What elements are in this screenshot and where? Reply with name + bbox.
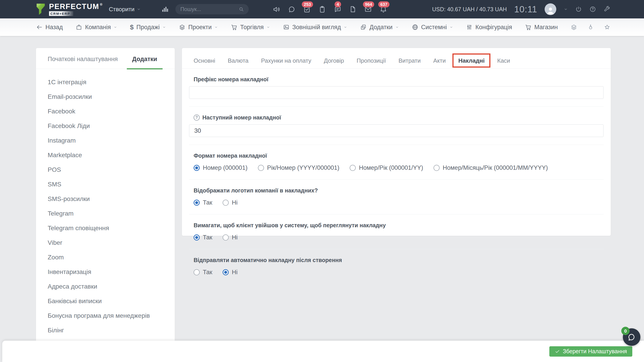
chevron-down-icon: [344, 25, 347, 29]
radio-no[interactable]: Ні: [222, 199, 238, 206]
clipboard-button[interactable]: [318, 5, 326, 13]
checkmark-icon: [555, 349, 560, 354]
auto-send-options: Так Ні: [194, 269, 604, 276]
tasks-button[interactable]: 253: [303, 5, 311, 13]
radio-format-number-year[interactable]: Номер/Рік (000001/YY): [350, 164, 423, 171]
favorites-button[interactable]: [604, 24, 610, 30]
sound-button[interactable]: [272, 5, 280, 13]
radio-label: Так: [203, 269, 212, 276]
chevron-down-icon[interactable]: [564, 7, 568, 11]
list-item-manager-bonus-program[interactable]: Бонусна програма для менеджерів: [48, 308, 175, 323]
tab-initial-settings[interactable]: Початкові налаштування: [48, 49, 118, 69]
notifications-badge: 637: [378, 1, 390, 7]
tab-expenses[interactable]: Витрати: [398, 57, 421, 64]
radio-format-number[interactable]: Номер (000001): [194, 164, 248, 171]
tab-contract[interactable]: Договір: [324, 57, 344, 64]
radio-yes[interactable]: Так: [194, 269, 212, 276]
stack-button[interactable]: [570, 24, 577, 30]
globe-icon: [412, 24, 418, 30]
tab-waybills[interactable]: Накладні: [458, 57, 484, 64]
search-icon[interactable]: [238, 6, 244, 12]
radio-no[interactable]: Ні: [222, 234, 238, 241]
settings-sidebar-card: Початкові налаштування Додатки 1С інтегр…: [36, 48, 175, 362]
menu-item-label: Системні: [421, 24, 447, 31]
menu-item-addons[interactable]: Додатки: [360, 24, 399, 31]
addons-list: 1С інтеграція Email-розсилки Facebook Fa…: [36, 75, 175, 338]
tab-currency[interactable]: Валюта: [228, 57, 248, 64]
menu-item-store[interactable]: Магазин: [525, 24, 558, 31]
menu-item-sales[interactable]: $ Продажі: [130, 24, 166, 31]
radio-label: Ні: [232, 234, 238, 241]
list-item-billing[interactable]: Білінг: [48, 323, 175, 338]
tab-proposals[interactable]: Пропозиції: [357, 57, 386, 64]
support-chat-button[interactable]: 0: [623, 328, 640, 346]
menu-item-trade[interactable]: Торгівля: [231, 24, 270, 31]
list-item-inventory[interactable]: Інвентаризація: [48, 265, 175, 279]
require-login-options: Так Ні: [194, 234, 604, 241]
menu-item-appearance[interactable]: Зовнішній вигляд: [283, 24, 348, 31]
list-item-bank-statements[interactable]: Банківські виписки: [48, 294, 175, 308]
list-item-telegram-notifications[interactable]: Telegram сповіщення: [48, 221, 175, 235]
menu-item-projects[interactable]: Проекти: [179, 24, 218, 31]
list-item-viber[interactable]: Viber: [48, 235, 175, 250]
list-item-email-campaigns[interactable]: Email-розсилки: [48, 89, 175, 104]
logout-button[interactable]: [575, 6, 582, 12]
radio-button: [194, 165, 200, 171]
tab-payment-invoices[interactable]: Рахунки на оплату: [261, 57, 311, 64]
list-item-instagram[interactable]: Instagram: [48, 133, 175, 148]
list-item-pos[interactable]: POS: [48, 162, 175, 177]
chevron-down-icon: [137, 7, 141, 11]
main-menu: Назад Компанія $ Продажі Проекти Торгівл…: [0, 18, 644, 36]
list-item-telegram[interactable]: Telegram: [48, 206, 175, 221]
menu-item-company[interactable]: Компанія: [76, 24, 117, 31]
tab-cash-registers[interactable]: Каси: [497, 57, 510, 64]
radio-format-number-month-year[interactable]: Номер/Місяць/Рік (000001/MM/YYYY): [434, 164, 548, 171]
radio-yes[interactable]: Так: [194, 234, 212, 241]
help-circle-icon[interactable]: ?: [194, 115, 200, 121]
back-button[interactable]: Назад: [36, 24, 63, 31]
image-icon: [283, 24, 290, 30]
radio-no[interactable]: Ні: [222, 269, 238, 276]
list-item-facebook-leads[interactable]: Facebook Ліди: [48, 119, 175, 133]
next-number-input[interactable]: [189, 124, 604, 137]
show-logo-question-block: Відображати логотип компанії в накладних…: [189, 180, 604, 214]
next-number-field-block: ? Наступний номер накладної: [189, 107, 604, 145]
mail-button[interactable]: 964: [364, 5, 372, 13]
menu-item-system[interactable]: Системні: [412, 24, 453, 31]
hot-button[interactable]: [587, 24, 594, 30]
list-item-facebook[interactable]: Facebook: [48, 104, 175, 119]
create-button[interactable]: Створити: [108, 5, 142, 13]
list-item-sms[interactable]: SMS: [48, 177, 175, 191]
radio-yes[interactable]: Так: [194, 199, 212, 206]
tab-acts[interactable]: Акти: [433, 57, 446, 64]
list-item-delivery-addresses[interactable]: Адреса доставки: [48, 279, 175, 294]
tab-main[interactable]: Основні: [194, 57, 215, 64]
list-item-sms-campaigns[interactable]: SMS-розсилки: [48, 191, 175, 206]
list-item-zoom[interactable]: Zoom: [48, 250, 175, 265]
statistics-icon[interactable]: [161, 5, 169, 13]
logo[interactable]: PERFECTUM® CRM+ERP: [36, 3, 108, 16]
menu-item-label: Зовнішній вигляд: [292, 24, 341, 31]
search-input[interactable]: [180, 6, 238, 12]
menu-item-label: Компанія: [85, 24, 111, 31]
radio-label: Номер/Рік (000001/YY): [359, 164, 423, 171]
chat-button[interactable]: [288, 5, 296, 13]
radio-format-year-number[interactable]: Рік/Номер (YYYY/000001): [258, 164, 340, 171]
brand-name: PERFECTUM®: [49, 3, 103, 10]
list-item-1c-integration[interactable]: 1С інтеграція: [48, 75, 175, 89]
help-button[interactable]: [589, 6, 596, 12]
back-label: Назад: [46, 24, 63, 31]
chevron-down-icon: [114, 25, 117, 29]
prefix-input[interactable]: [189, 86, 604, 99]
tools-button[interactable]: [604, 6, 610, 12]
list-item-marketplace[interactable]: Marketplace: [48, 148, 175, 162]
notifications-button[interactable]: 637: [380, 5, 387, 13]
user-avatar[interactable]: [544, 3, 556, 15]
comments-button[interactable]: 4: [334, 5, 341, 13]
save-settings-button[interactable]: Зберегти Налаштування: [549, 346, 632, 357]
perfectum-logo-icon: [36, 3, 46, 15]
volume-icon: [272, 5, 280, 13]
documents-button[interactable]: [349, 5, 357, 13]
menu-item-configuration[interactable]: Конфігурація: [466, 24, 512, 31]
tab-addons[interactable]: Додатки: [132, 49, 157, 69]
